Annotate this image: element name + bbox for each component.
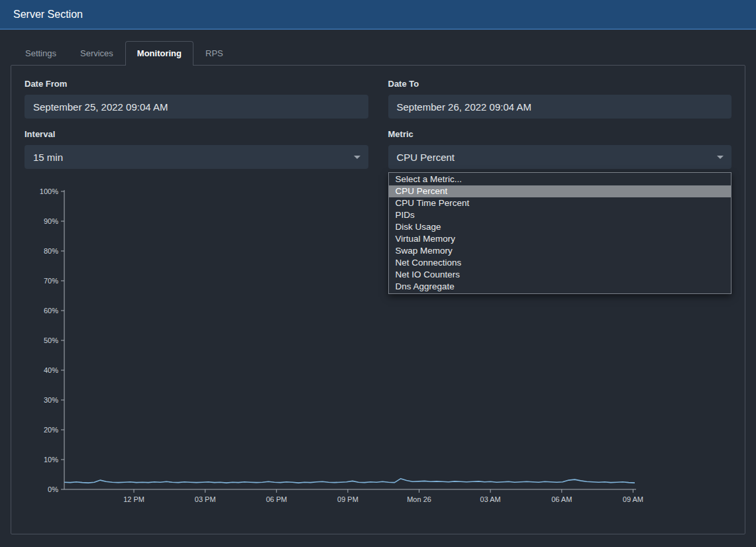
dropdown-option-net-io-counters[interactable]: Net IO Counters	[389, 269, 731, 281]
svg-text:60%: 60%	[44, 307, 58, 315]
tab-settings[interactable]: Settings	[13, 41, 68, 65]
svg-text:06 PM: 06 PM	[266, 495, 287, 503]
interval-value: 15 min	[33, 152, 63, 163]
tab-monitoring[interactable]: Monitoring	[125, 41, 193, 66]
date-to-input[interactable]: September 26, 2022 09:04 AM	[388, 95, 732, 119]
svg-text:10%: 10%	[44, 456, 58, 464]
header: Server Section	[0, 0, 756, 30]
date-to-label: Date To	[388, 79, 732, 89]
date-from-field: Date From September 25, 2022 09:04 AM	[25, 79, 368, 119]
chevron-down-icon	[354, 156, 360, 159]
svg-text:06 AM: 06 AM	[551, 495, 572, 503]
date-to-value: September 26, 2022 09:04 AM	[397, 101, 531, 113]
svg-text:20%: 20%	[44, 426, 58, 434]
monitoring-panel: Date From September 25, 2022 09:04 AM Da…	[11, 65, 745, 534]
svg-text:03 AM: 03 AM	[480, 495, 501, 503]
svg-text:80%: 80%	[44, 247, 58, 255]
svg-text:12 PM: 12 PM	[123, 495, 144, 503]
svg-text:90%: 90%	[44, 217, 58, 225]
svg-text:50%: 50%	[44, 336, 58, 344]
metric-dropdown: Select a Metric... CPU Percent CPU Time …	[388, 172, 732, 294]
tab-services[interactable]: Services	[68, 41, 125, 65]
metric-select[interactable]: CPU Percent	[388, 145, 732, 169]
svg-text:40%: 40%	[44, 366, 58, 374]
dropdown-option-placeholder[interactable]: Select a Metric...	[389, 174, 731, 185]
dropdown-option-virtual-memory[interactable]: Virtual Memory	[389, 233, 731, 245]
date-from-input[interactable]: September 25, 2022 09:04 AM	[25, 95, 368, 119]
metric-value: CPU Percent	[397, 152, 455, 163]
svg-text:Mon 26: Mon 26	[407, 495, 431, 503]
svg-text:70%: 70%	[44, 277, 58, 285]
dropdown-option-cpu-time-percent[interactable]: CPU Time Percent	[389, 197, 731, 209]
svg-text:0%: 0%	[48, 485, 58, 493]
interval-field: Interval 15 min	[25, 129, 368, 169]
svg-text:100%: 100%	[40, 187, 58, 195]
interval-select[interactable]: 15 min	[25, 145, 368, 169]
svg-text:09 AM: 09 AM	[623, 495, 643, 503]
page-title: Server Section	[13, 9, 83, 21]
date-from-value: September 25, 2022 09:04 AM	[33, 101, 168, 113]
dropdown-option-pids[interactable]: PIDs	[389, 209, 731, 221]
dropdown-option-dns-aggregate[interactable]: Dns Aggregate	[389, 281, 731, 293]
filter-form: Date From September 25, 2022 09:04 AM Da…	[25, 79, 731, 169]
date-from-label: Date From	[25, 79, 368, 89]
dropdown-option-cpu-percent[interactable]: CPU Percent	[389, 185, 731, 197]
dropdown-option-net-connections[interactable]: Net Connections	[389, 257, 731, 269]
dropdown-option-disk-usage[interactable]: Disk Usage	[389, 221, 731, 233]
tab-rps[interactable]: RPS	[193, 41, 235, 65]
svg-text:09 PM: 09 PM	[337, 495, 358, 503]
svg-text:30%: 30%	[44, 396, 58, 404]
dropdown-option-swap-memory[interactable]: Swap Memory	[389, 245, 731, 257]
interval-label: Interval	[25, 129, 368, 139]
tab-bar: Settings Services Monitoring RPS	[13, 41, 756, 65]
metric-field: Metric CPU Percent Select a Metric... CP…	[388, 129, 732, 169]
svg-text:03 PM: 03 PM	[195, 495, 216, 503]
date-to-field: Date To September 26, 2022 09:04 AM	[388, 79, 732, 119]
chevron-down-icon	[717, 156, 724, 159]
metric-label: Metric	[388, 129, 732, 139]
